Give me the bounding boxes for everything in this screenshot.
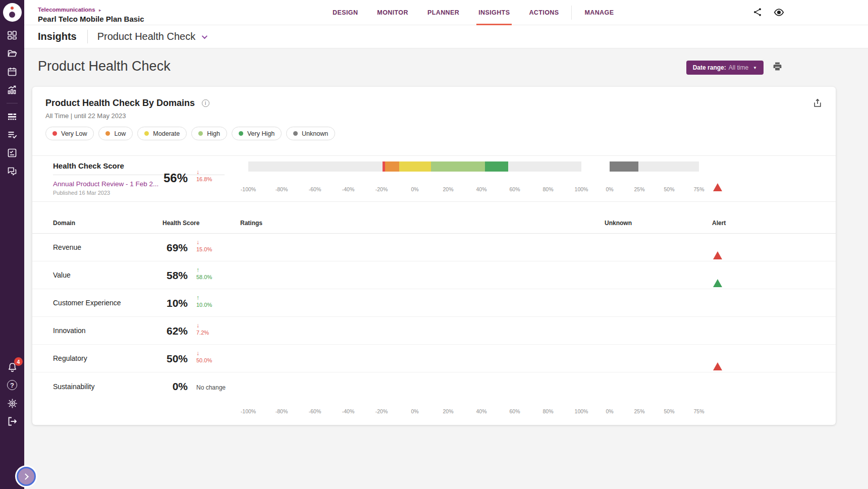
header-health-score: Health Score	[162, 220, 240, 227]
unknown-axis: 0%25%50%75%	[610, 408, 699, 415]
legend: Very Low Low Moderate High Very High Unk…	[45, 127, 836, 140]
comments-icon[interactable]	[6, 165, 18, 177]
trend-value: 50.0%	[196, 357, 212, 363]
card-title: Product Health Check By Domains	[45, 98, 195, 108]
top-bar: Telecommunications ▸ Pearl Telco Mobile …	[24, 0, 868, 25]
logout-icon[interactable]	[6, 415, 18, 427]
tasks-icon[interactable]	[6, 147, 18, 159]
axis-tick-label: 75%	[693, 186, 704, 192]
main-nav: DESIGN MONITOR PLANNER INSIGHTS ACTIONS …	[323, 0, 623, 25]
export-icon[interactable]	[812, 98, 823, 108]
header-alert: Alert	[712, 220, 836, 227]
axis-tick-label: 0%	[411, 186, 418, 192]
brand-logo[interactable]	[3, 3, 22, 22]
trend-value: 7.2%	[196, 330, 209, 336]
nav-divider	[571, 6, 572, 20]
alert-icon[interactable]	[713, 243, 722, 259]
review-link[interactable]: Annual Product Review - 1 Feb 2...	[53, 180, 162, 188]
notification-badge: 4	[14, 357, 23, 366]
calendar-icon[interactable]	[6, 66, 18, 78]
trend-arrow-icon: ↑	[196, 267, 212, 274]
nav-monitor[interactable]: MONITOR	[367, 0, 418, 25]
alert-icon[interactable]	[713, 175, 722, 191]
health-score-value: 0%	[162, 381, 188, 392]
legend-chip[interactable]: Low	[98, 127, 133, 140]
legend-dot	[105, 131, 110, 136]
domain-label: Regulatory	[53, 354, 162, 362]
axis-tick-label: 0%	[606, 186, 613, 192]
subheader-divider	[87, 30, 88, 43]
header-ratings: Ratings	[240, 220, 610, 227]
nav-planner[interactable]: PLANNER	[418, 0, 469, 25]
sub-header: Insights Product Health Check	[24, 25, 868, 48]
axis-tick-label: -60%	[309, 408, 321, 414]
axis-tick-label: 60%	[509, 186, 520, 192]
card-subtitle: All Time | until 22 May 2023	[45, 112, 823, 120]
health-score-value: 69%	[162, 242, 188, 253]
share-icon[interactable]	[752, 7, 763, 18]
health-score-value: 10%	[162, 298, 188, 308]
legend-label: High	[207, 130, 220, 137]
checklist-icon[interactable]	[6, 129, 18, 141]
sidebar-expand-button[interactable]	[17, 467, 36, 486]
table-row: Regulatory 50% ↓ 50.0%	[32, 345, 836, 372]
report-selector-label: Product Health Check	[97, 31, 196, 42]
table-body: Revenue 69% ↓ 15.0% Value 58% ↑ 58.0% Cu…	[32, 234, 836, 400]
data-table-icon[interactable]	[6, 111, 18, 123]
published-date: Published 16 Mar 2023	[53, 190, 162, 196]
settings-icon[interactable]	[6, 397, 18, 409]
nav-actions[interactable]: ACTIONS	[519, 0, 568, 25]
app-sidebar: 4 ?	[0, 0, 24, 489]
legend-label: Very Low	[61, 130, 87, 137]
trend: ↓ 16.8%	[196, 169, 212, 182]
domain-label: Value	[53, 271, 162, 279]
axis-tick-label: 40%	[476, 408, 486, 414]
legend-label: Unknown	[302, 130, 328, 137]
legend-chip[interactable]: Moderate	[137, 127, 187, 140]
axis-tick-label: 100%	[575, 186, 588, 192]
trend: ↓ 50.0%	[196, 350, 212, 363]
axis-tick-label: -20%	[375, 186, 388, 192]
dashboard-icon[interactable]	[6, 29, 18, 41]
eye-icon[interactable]	[774, 7, 784, 18]
alert-icon[interactable]	[713, 354, 722, 370]
unknown-axis: 0%25%50%75%	[610, 186, 699, 193]
analytics-icon[interactable]	[6, 84, 18, 96]
legend-chip[interactable]: Very High	[232, 127, 282, 140]
products-folder-icon[interactable]	[6, 47, 18, 60]
legend-label: Very High	[247, 130, 275, 137]
table-row: Value 58% ↑ 58.0%	[32, 261, 836, 289]
main-content: Product Health Check Date range: All tim…	[24, 48, 868, 425]
breadcrumb-link[interactable]: Telecommunications	[38, 7, 95, 13]
trend: ↓ 7.2%	[196, 322, 209, 336]
info-icon[interactable]: i	[202, 99, 209, 107]
trend-arrow-icon: ↑	[196, 295, 212, 301]
notifications-icon[interactable]: 4	[6, 361, 18, 373]
legend-chip[interactable]: Very Low	[45, 127, 94, 140]
domain-label: Innovation	[53, 327, 162, 335]
domain-label: Customer Experience	[53, 299, 162, 307]
chevron-down-icon	[202, 33, 207, 38]
axis-tick-label: 80%	[542, 186, 553, 192]
legend-chip[interactable]: Unknown	[286, 127, 335, 140]
alert-icon[interactable]	[713, 270, 722, 287]
date-range-button[interactable]: Date range: All time ▼	[686, 61, 764, 75]
axis-tick-label: 0%	[411, 408, 418, 414]
help-icon[interactable]: ?	[6, 379, 18, 391]
trend-down-icon: ↓	[196, 169, 212, 176]
unknown-fill	[610, 161, 638, 172]
ratings-axis: -100%-80%-60%-40%-20%0%20%40%60%80%100%	[248, 408, 581, 415]
nav-manage[interactable]: MANAGE	[575, 0, 623, 25]
date-range-value: All time	[729, 64, 748, 71]
axis-tick-label: -60%	[309, 186, 321, 192]
table-row: Revenue 69% ↓ 15.0%	[32, 234, 836, 261]
print-icon[interactable]	[772, 61, 783, 72]
report-selector[interactable]: Product Health Check	[97, 31, 206, 42]
legend-chip[interactable]: High	[191, 127, 227, 140]
domain-label: Revenue	[53, 243, 162, 251]
nav-insights[interactable]: INSIGHTS	[469, 0, 519, 25]
nav-design[interactable]: DESIGN	[323, 0, 367, 25]
date-range-label: Date range:	[693, 64, 726, 71]
axis-tick-label: 60%	[509, 408, 520, 414]
axis-tick-label: 50%	[664, 408, 674, 414]
